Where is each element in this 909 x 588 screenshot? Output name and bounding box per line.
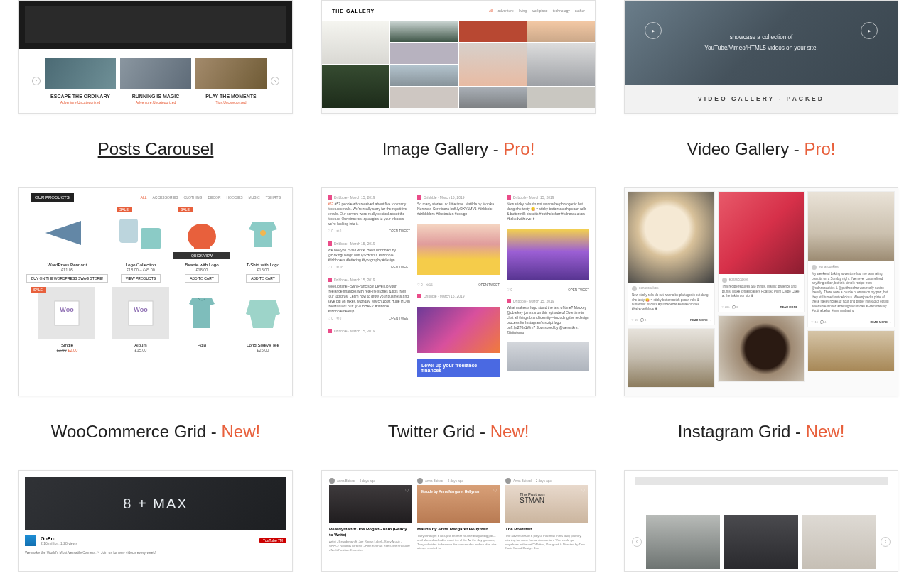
svg-rect-4 xyxy=(194,242,210,249)
woo-tabs: ALLACCESSORIESCLOTHINGDECORHOODIESMUSICT… xyxy=(141,195,281,200)
carousel-next-icon[interactable]: › xyxy=(271,77,279,85)
carousel-next-icon[interactable]: › xyxy=(881,537,891,547)
grid-item-posts-carousel: ‹ ESCAPE THE ORDINARY Adventure,Uncatego… xyxy=(18,0,293,159)
card-sub: Adventure,Uncategorized xyxy=(136,100,176,104)
grid-item-vimeo: Anna Boissel · 2 days ago♡Beardyman ft J… xyxy=(321,470,596,572)
video-desc: YouTube/Vimeo/HTML5 videos on your site. xyxy=(704,43,817,53)
grid-item-video-gallery: showcase a collection of YouTube/Vimeo/H… xyxy=(624,0,898,159)
video-caption: VIDEO GALLERY - PACKED xyxy=(625,85,898,113)
thumb-vimeo[interactable]: Anna Boissel · 2 days ago♡Beardyman ft J… xyxy=(321,470,596,572)
svg-rect-8 xyxy=(129,301,153,325)
svg-marker-0 xyxy=(45,221,81,245)
thumb-instagram[interactable]: ednascookiesNew sticky rolls do not wann… xyxy=(624,187,898,396)
grid-item-youtube: 8 + MAX GoPro2.16 million, 1.28 views Yo… xyxy=(18,470,293,572)
thumb-twitter[interactable]: Dribbble · March 15, 2019#57 #57 people … xyxy=(321,187,596,396)
thumb-woocommerce[interactable]: OUR PRODUCTS ALLACCESSORIESCLOTHINGDECOR… xyxy=(18,187,293,396)
svg-text:Woo: Woo xyxy=(60,306,75,313)
thumb-youtube[interactable]: 8 + MAX GoPro2.16 million, 1.28 views Yo… xyxy=(18,470,293,572)
item-title[interactable]: Instagram Grid - New! xyxy=(678,422,845,442)
template-grid: ‹ ESCAPE THE ORDINARY Adventure,Uncatego… xyxy=(18,0,891,572)
svg-rect-2 xyxy=(141,228,161,249)
channel-avatar xyxy=(25,535,36,546)
grid-item-woocommerce: OUR PRODUCTS ALLACCESSORIESCLOTHINGDECOR… xyxy=(18,187,293,442)
item-title[interactable]: WooCommerce Grid - New! xyxy=(51,422,260,442)
svg-text:Woo: Woo xyxy=(134,306,148,313)
thumb-carousel-imgs[interactable]: ‹ › ● ● ● ● xyxy=(624,470,898,572)
carousel-prev-icon[interactable]: ‹ xyxy=(632,537,642,547)
grid-item-instagram: ednascookiesNew sticky rolls do not wann… xyxy=(624,187,898,442)
title-link[interactable]: Posts Carousel xyxy=(98,139,214,158)
grid-item-carousel-imgs: ‹ › ● ● ● ● xyxy=(624,470,898,572)
grid-item-image-gallery: THE GALLERY Alladventurelivingworkplacet… xyxy=(321,0,596,159)
channel-name: GoPro xyxy=(41,536,77,541)
card-title: PLAY THE MOMENTS xyxy=(205,94,257,99)
subscribe-button[interactable]: YouTube 7M xyxy=(259,538,286,543)
youtube-banner: 8 + MAX xyxy=(25,477,286,530)
thumb-image-gallery[interactable]: THE GALLERY Alladventurelivingworkplacet… xyxy=(321,0,596,114)
card-sub: Tips,Uncategorized xyxy=(216,100,247,104)
thumb-video-gallery[interactable]: showcase a collection of YouTube/Vimeo/H… xyxy=(624,0,898,114)
gallery-tabs: Alladventurelivingworkplacetechnologyaut… xyxy=(489,9,585,13)
channel-desc: We make the World's Most Versatile Camer… xyxy=(19,548,292,557)
woo-header: OUR PRODUCTS xyxy=(31,193,74,202)
item-title[interactable]: Video Gallery - Pro! xyxy=(687,139,836,159)
item-title[interactable]: Twitter Grid - New! xyxy=(388,422,529,442)
svg-point-5 xyxy=(260,230,266,236)
card-title: ESCAPE THE ORDINARY xyxy=(50,94,110,99)
svg-rect-6 xyxy=(55,301,79,325)
card-title: RUNNING IS MAGIC xyxy=(132,94,180,99)
gallery-logo: THE GALLERY xyxy=(332,9,375,13)
svg-rect-1 xyxy=(119,219,138,243)
channel-subs: 2.16 million, 1.28 views xyxy=(41,541,77,545)
carousel-prev-icon[interactable]: ‹ xyxy=(32,77,41,85)
item-title[interactable]: Image Gallery - Pro! xyxy=(382,139,535,159)
video-desc: showcase a collection of xyxy=(730,32,793,43)
card-sub: Adventure,Uncategorized xyxy=(60,100,100,104)
grid-item-twitter: Dribbble · March 15, 2019#57 #57 people … xyxy=(321,187,596,442)
thumb-posts-carousel[interactable]: ‹ ESCAPE THE ORDINARY Adventure,Uncatego… xyxy=(18,0,293,114)
